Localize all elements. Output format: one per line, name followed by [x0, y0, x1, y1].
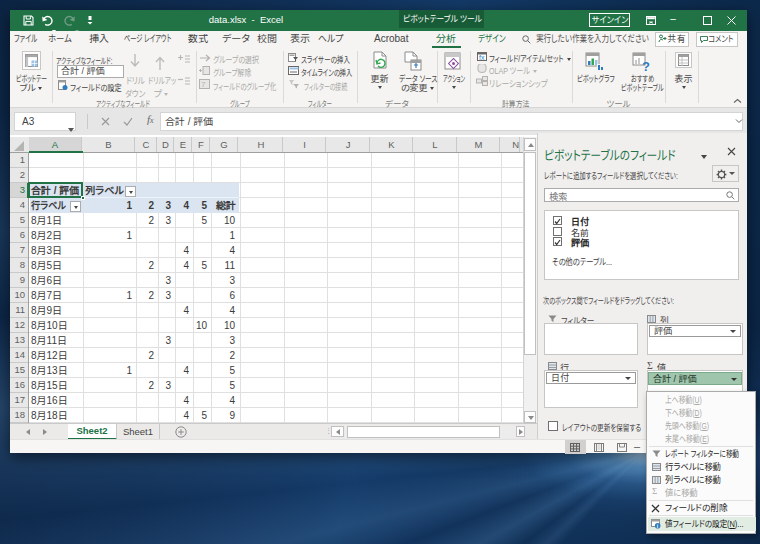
svg-text:fx: fx: [479, 54, 485, 61]
svg-text:?: ?: [642, 59, 650, 72]
svg-text:7: 7: [201, 80, 206, 89]
